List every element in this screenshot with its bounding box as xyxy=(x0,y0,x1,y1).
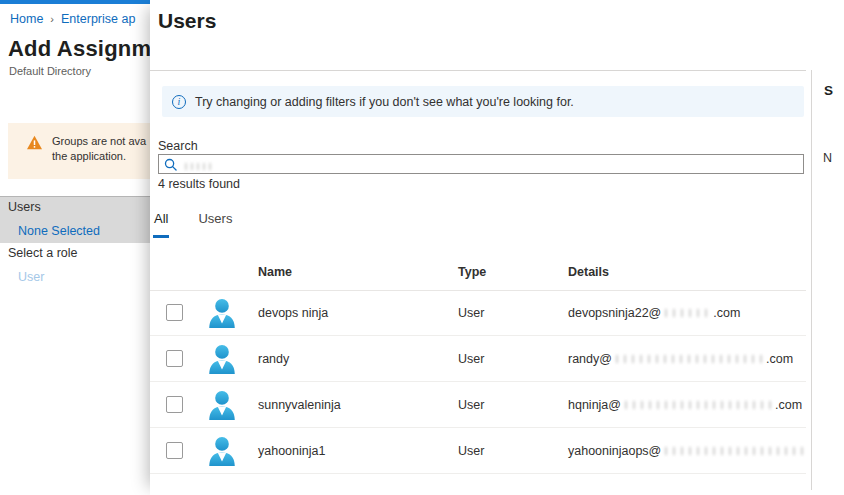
selected-rail-divider xyxy=(811,70,812,490)
left-nav-none-selected-link[interactable]: None Selected xyxy=(18,224,100,238)
row-checkbox[interactable] xyxy=(166,304,183,321)
search-icon xyxy=(164,158,177,171)
warning-text: Groups are not ava the application. xyxy=(52,134,146,179)
person-avatar-icon xyxy=(205,296,239,330)
person-avatar-icon xyxy=(205,388,239,422)
redacted-text xyxy=(665,447,803,455)
page-subtitle: Default Directory xyxy=(9,65,91,77)
search-box[interactable] xyxy=(158,154,804,174)
column-header-type: Type xyxy=(458,265,486,279)
person-avatar-icon xyxy=(205,342,239,376)
row-checkbox[interactable] xyxy=(166,350,183,367)
left-nav-user-role-link-disabled: User xyxy=(18,270,44,284)
user-name: yahooninja1 xyxy=(258,444,325,458)
table-row[interactable]: randy User randy@.com xyxy=(150,336,806,382)
person-avatar-icon xyxy=(205,434,239,468)
user-name: randy xyxy=(258,352,289,366)
breadcrumb: Home›Enterprise ap xyxy=(10,12,135,26)
table-row[interactable]: devops ninja User devopsninja22@.com xyxy=(150,290,806,336)
table-row[interactable]: yahooninja1 User yahooninjaops@ xyxy=(150,428,806,474)
filter-tabs: All Users xyxy=(153,211,261,238)
warning-triangle-icon xyxy=(26,135,43,150)
search-label: Search xyxy=(158,139,198,153)
user-details: randy@.com xyxy=(568,352,793,366)
user-details: devopsninja22@.com xyxy=(568,306,740,320)
left-nav-select-role-label: Select a role xyxy=(8,246,77,260)
user-type: User xyxy=(458,398,484,412)
row-checkbox[interactable] xyxy=(166,396,183,413)
table-row[interactable]: sunnyvaleninja User hqninja@.com xyxy=(150,382,806,428)
column-header-name: Name xyxy=(258,265,292,279)
column-header-details: Details xyxy=(568,265,609,279)
redacted-text xyxy=(625,401,771,409)
page-title: Add Assignm xyxy=(8,36,151,62)
breadcrumb-enterprise-apps-link[interactable]: Enterprise ap xyxy=(61,12,135,26)
blade-title-divider xyxy=(150,70,806,71)
left-nav-users-label: Users xyxy=(8,200,41,214)
user-type: User xyxy=(458,352,484,366)
blade-title: Users xyxy=(158,9,216,33)
user-type: User xyxy=(458,306,484,320)
tab-all[interactable]: All xyxy=(153,211,169,238)
user-name: sunnyvaleninja xyxy=(258,398,341,412)
user-type: User xyxy=(458,444,484,458)
user-name: devops ninja xyxy=(258,306,328,320)
user-details: hqninja@.com xyxy=(568,398,802,412)
users-blade: Users i Try changing or adding filters i… xyxy=(150,0,844,495)
user-details: yahooninjaops@ xyxy=(568,444,803,458)
filter-hint-banner: i Try changing or adding filters if you … xyxy=(162,86,804,117)
no-items-selected-text: N xyxy=(823,151,832,165)
add-assignment-screen: Home›Enterprise ap Add Assignm Default D… xyxy=(0,0,844,495)
tab-users[interactable]: Users xyxy=(197,211,233,238)
row-checkbox[interactable] xyxy=(166,442,183,459)
search-input[interactable] xyxy=(182,157,803,171)
info-circle-icon: i xyxy=(172,95,186,109)
selected-items-heading: S xyxy=(824,83,833,98)
redacted-text xyxy=(665,309,709,317)
filter-hint-text: Try changing or adding filters if you do… xyxy=(195,95,574,109)
breadcrumb-home-link[interactable]: Home xyxy=(10,12,43,26)
breadcrumb-separator-icon: › xyxy=(50,13,54,25)
results-count: 4 results found xyxy=(158,177,240,191)
redacted-text xyxy=(616,355,762,363)
